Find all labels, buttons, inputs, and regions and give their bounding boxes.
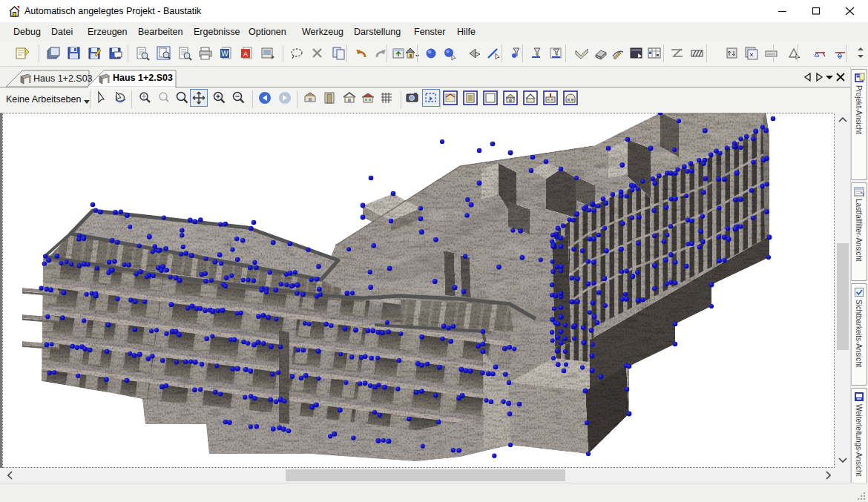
svg-text:A: A — [243, 50, 248, 58]
svg-text:W: W — [221, 50, 228, 58]
